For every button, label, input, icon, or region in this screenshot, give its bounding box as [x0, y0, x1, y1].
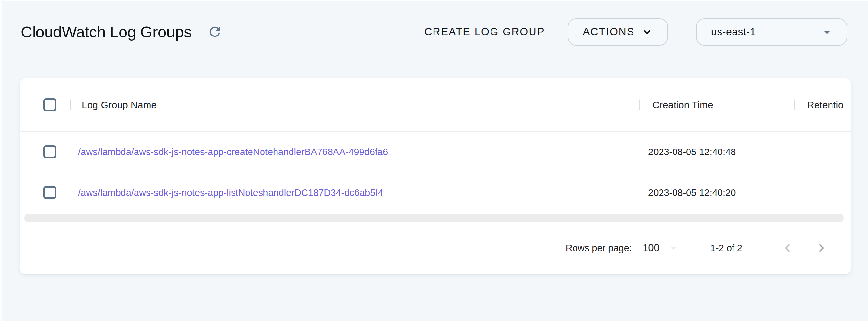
- page-header: CloudWatch Log Groups CREATE LOG GROUP A…: [0, 0, 868, 64]
- chevron-down-icon: [641, 26, 653, 38]
- column-divider: [794, 99, 795, 111]
- header-actions: CREATE LOG GROUP ACTIONS us-east-1: [421, 18, 847, 46]
- select-all-checkbox[interactable]: [43, 98, 56, 112]
- rows-per-page-dropdown[interactable]: [667, 241, 680, 255]
- table-row: /aws/lambda/aws-sdk-js-notes-app-createN…: [20, 132, 851, 172]
- column-header-creation-time: Creation Time: [652, 99, 713, 111]
- column-divider: [70, 99, 71, 111]
- log-group-link[interactable]: /aws/lambda/aws-sdk-js-notes-app-createN…: [78, 147, 388, 157]
- creation-time-cell: 2023-08-05 12:40:20: [648, 187, 736, 198]
- actions-button[interactable]: ACTIONS: [568, 18, 668, 46]
- previous-page-button[interactable]: [778, 238, 797, 258]
- pagination: Rows per page: 100 1-2 of 2: [20, 222, 851, 274]
- window-edge-top: [0, 0, 868, 1]
- header-divider: [682, 19, 682, 45]
- chevron-left-icon: [780, 240, 795, 256]
- rows-per-page-label: Rows per page:: [566, 243, 632, 254]
- column-header-log-group-name: Log Group Name: [82, 99, 157, 111]
- table-header-row: Log Group Name Creation Time Retentio: [20, 78, 851, 132]
- arrow-drop-down-icon: [819, 24, 835, 40]
- horizontal-scrollbar-track: [20, 213, 851, 222]
- pagination-range: 1-2 of 2: [710, 243, 742, 254]
- log-groups-card: Log Group Name Creation Time Retentio /a…: [20, 78, 851, 274]
- rows-per-page-select[interactable]: 100: [643, 242, 659, 254]
- refresh-button[interactable]: [205, 22, 224, 41]
- create-log-group-button[interactable]: CREATE LOG GROUP: [421, 21, 548, 42]
- log-group-link[interactable]: /aws/lambda/aws-sdk-js-notes-app-listNot…: [78, 187, 383, 198]
- horizontal-scrollbar-thumb[interactable]: [24, 214, 844, 222]
- next-page-button[interactable]: [812, 238, 831, 258]
- chevron-right-icon: [814, 240, 829, 256]
- column-header-retention: Retentio: [807, 99, 844, 111]
- window-edge-left: [0, 0, 2, 321]
- region-selector-value: us-east-1: [711, 26, 756, 38]
- row-checkbox[interactable]: [43, 186, 56, 199]
- refresh-icon: [207, 24, 222, 39]
- actions-button-label: ACTIONS: [583, 26, 635, 38]
- row-checkbox[interactable]: [43, 145, 56, 158]
- table-row: /aws/lambda/aws-sdk-js-notes-app-listNot…: [20, 172, 851, 213]
- column-divider: [639, 99, 640, 111]
- region-selector[interactable]: us-east-1: [696, 18, 847, 46]
- page-title: CloudWatch Log Groups: [21, 23, 191, 41]
- title-wrap: CloudWatch Log Groups: [21, 22, 224, 41]
- creation-time-cell: 2023-08-05 12:40:48: [648, 147, 736, 157]
- arrow-drop-down-icon: [667, 241, 680, 255]
